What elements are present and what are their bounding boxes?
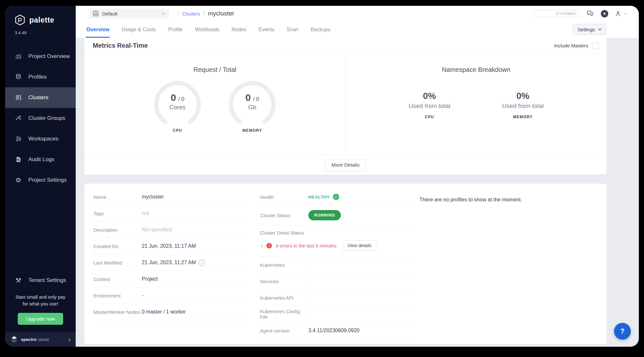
user-menu[interactable] bbox=[615, 10, 627, 17]
detail-row-created-on: Created On 21 Jun, 2023, 11:17 AM bbox=[93, 238, 246, 255]
detail-row-kubernetes-api: Kubernetes API - bbox=[260, 290, 412, 306]
main-area: Default / Clusters / mycluster 0.1/100kC… bbox=[76, 6, 639, 347]
request-total-title: Request / Total bbox=[84, 66, 345, 73]
project-selector-value: Default bbox=[102, 11, 118, 16]
cpu-gauge-unit: Cores bbox=[169, 104, 186, 111]
sidebar-item-audit-logs[interactable]: Audit Logs bbox=[5, 149, 76, 170]
sidebar-item-project-overview[interactable]: Project Overview bbox=[5, 46, 76, 67]
tab-usage-costs[interactable]: Usage & Costs bbox=[121, 21, 157, 38]
sidebar: palette 3.4.48 Project Overview bbox=[5, 6, 76, 347]
tab-profile[interactable]: Profile bbox=[168, 21, 183, 38]
view-details-button[interactable]: View details bbox=[343, 240, 376, 251]
detail-row-services: Services - bbox=[260, 273, 412, 290]
sidebar-item-cluster-groups[interactable]: Cluster Groups bbox=[5, 108, 76, 129]
tab-nodes[interactable]: Nodes bbox=[231, 21, 247, 38]
help-button[interactable]: ? bbox=[614, 323, 631, 340]
profiles-panel: There are no profiles to show at the mom… bbox=[419, 189, 607, 344]
detail-row-last-modified: Last Modified 21 Jun, 2023, 11:27 AM i bbox=[93, 255, 246, 271]
sidebar-item-clusters[interactable]: Clusters bbox=[5, 87, 76, 108]
tab-events[interactable]: Events bbox=[258, 21, 275, 38]
tab-backups[interactable]: Backups bbox=[310, 21, 331, 38]
breadcrumb-current: mycluster bbox=[208, 10, 234, 17]
namespace-memory-stat: 0% Used from total MEMORY bbox=[491, 91, 555, 119]
detail-row-environment: Environment - bbox=[93, 287, 246, 304]
details-left-column: Name mycluster Tags n/a Description Not … bbox=[84, 189, 253, 344]
tab-scan[interactable]: Scan bbox=[286, 21, 299, 38]
details-middle-column: Health HEALTHY ✓ Cluster Status RUNNING … bbox=[253, 189, 419, 344]
sidebar-item-label: Profiles bbox=[28, 74, 47, 80]
app-version: 3.4.48 bbox=[5, 30, 76, 35]
breadcrumb-separator: / bbox=[178, 10, 179, 17]
sidebar-item-label: Tenant Settings bbox=[28, 277, 66, 284]
detail-row-health: Health HEALTHY ✓ bbox=[260, 189, 412, 205]
document-search-icon bbox=[14, 156, 22, 163]
topbar-right: 0.1/100kCh ★ bbox=[533, 10, 627, 17]
more-details-button[interactable]: More Details bbox=[325, 159, 366, 171]
sidebar-nav: Project Overview Profiles bbox=[5, 46, 76, 190]
running-status-badge: RUNNING bbox=[308, 210, 341, 220]
sidebar-item-label: Cluster Groups bbox=[28, 115, 65, 121]
sidebar-spacer bbox=[5, 190, 76, 270]
settings-button[interactable]: Settings bbox=[573, 24, 607, 35]
star-badge-icon[interactable]: ★ bbox=[601, 10, 608, 17]
breadcrumb-clusters-link[interactable]: Clusters bbox=[182, 11, 200, 16]
chevron-down-icon bbox=[624, 13, 627, 15]
sidebar-item-profiles[interactable]: Profiles bbox=[5, 67, 76, 87]
sidebar-footer: spectro cloud ‹ bbox=[5, 332, 76, 347]
cpu-gauge: 0 / 0 Cores CPU bbox=[152, 81, 203, 133]
chat-icon[interactable] bbox=[586, 10, 594, 17]
memory-gauge: 0 / 0 Gb MEMORY bbox=[226, 81, 278, 133]
detail-row-kubeconfig: Kubernetes Config File - bbox=[260, 306, 412, 323]
detail-row-cluster-status: Cluster Status RUNNING bbox=[260, 205, 412, 226]
collapse-sidebar-button[interactable]: ‹ bbox=[68, 336, 71, 343]
upgrade-promo: Start small and only pay for what you us… bbox=[5, 291, 76, 332]
cluster-details-card: Name mycluster Tags n/a Description Not … bbox=[84, 184, 607, 344]
palette-logo-icon bbox=[14, 14, 26, 26]
sidebar-item-tenant-settings[interactable]: ⚒ Tenant Settings bbox=[5, 270, 76, 291]
sidebar-item-project-settings[interactable]: ⚙ Project Settings bbox=[5, 170, 76, 190]
info-icon[interactable]: i bbox=[199, 260, 205, 266]
breadcrumb: / Clusters / mycluster bbox=[178, 10, 234, 17]
namespace-title: Namespace Breakdown bbox=[346, 66, 607, 73]
tab-workloads[interactable]: Workloads bbox=[194, 21, 220, 38]
brand: palette bbox=[5, 6, 76, 26]
namespace-cpu-caption: Used from total bbox=[397, 102, 462, 110]
namespace-memory-percent: 0% bbox=[491, 91, 555, 101]
error-icon: ! bbox=[266, 243, 272, 248]
namespace-memory-caption: Used from total bbox=[491, 102, 555, 110]
upgrade-button[interactable]: Upgrade now bbox=[18, 313, 63, 325]
namespace-memory-kind: MEMORY bbox=[491, 115, 555, 119]
tabs: Overview Usage & Costs Profile Workloads… bbox=[86, 21, 331, 38]
user-icon bbox=[615, 10, 621, 17]
memory-gauge-caption: MEMORY bbox=[226, 128, 278, 133]
project-selector[interactable]: Default bbox=[89, 9, 169, 18]
detail-row-description: Description Not specified. bbox=[93, 222, 246, 238]
usage-meter[interactable]: 0.1/100kCh bbox=[533, 10, 579, 17]
settings-button-label: Settings bbox=[578, 27, 595, 32]
tabs-bar: Overview Usage & Costs Profile Workloads… bbox=[76, 21, 639, 38]
chevron-down-icon bbox=[161, 12, 165, 15]
sidebar-item-label: Project Settings bbox=[28, 177, 67, 183]
sidebar-item-workspaces[interactable]: Workspaces bbox=[5, 129, 76, 149]
cluster-list-icon bbox=[14, 94, 22, 101]
tab-overview[interactable]: Overview bbox=[86, 21, 110, 38]
no-profiles-message: There are no profiles to show at the mom… bbox=[419, 197, 522, 202]
expand-chevron-icon[interactable]: › bbox=[261, 243, 263, 249]
include-masters-checkbox[interactable] bbox=[592, 43, 599, 49]
cpu-gauge-value: 0 bbox=[171, 92, 176, 103]
breadcrumb-separator: / bbox=[203, 10, 205, 17]
include-masters: Include Masters bbox=[554, 43, 599, 49]
top-bar: Default / Clusters / mycluster 0.1/100kC… bbox=[76, 6, 639, 21]
memory-gauge-unit: Gb bbox=[248, 104, 256, 111]
cpu-gauge-caption: CPU bbox=[152, 128, 203, 133]
tools-icon: ⚒ bbox=[14, 276, 22, 284]
gear-icon: ⚙ bbox=[14, 176, 22, 184]
detail-row-context: Context Project bbox=[93, 271, 246, 287]
detail-row-agent-version: Agent version 3.4.11/20230609.0920 bbox=[260, 323, 412, 339]
memory-gauge-total: / 0 bbox=[253, 96, 259, 102]
sidebar-item-label: Project Overview bbox=[28, 53, 70, 60]
metrics-title: Metrics Real-Time bbox=[93, 42, 148, 49]
namespace-panel: Namespace Breakdown 0% Used from total C… bbox=[346, 53, 607, 155]
metrics-card: Metrics Real-Time Include Masters Reques… bbox=[84, 38, 607, 175]
cpu-gauge-total: / 0 bbox=[178, 96, 184, 102]
